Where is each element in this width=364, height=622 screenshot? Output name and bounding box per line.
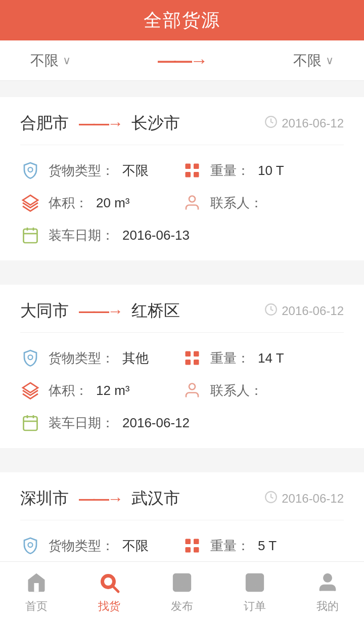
- load-date-item-1: 装车日期： 2016-06-13: [20, 225, 344, 245]
- svg-rect-29: [194, 547, 199, 553]
- volume-value-1: 20 m³: [96, 195, 129, 211]
- contact-item-2: 联系人：: [182, 380, 344, 401]
- person-icon-2: [182, 380, 202, 401]
- nav-label-orders: 订单: [244, 599, 266, 614]
- page-title: 全部货源: [144, 8, 220, 33]
- search-icon: [97, 570, 121, 595]
- cargo-type-label-3: 货物类型：: [49, 537, 114, 555]
- card-header-1: 合肥市 ——→ 长沙市 2016-06-12: [20, 112, 344, 145]
- weight-label-3: 重量：: [210, 537, 250, 555]
- orders-icon: [243, 570, 267, 595]
- contact-label-1: 联系人：: [210, 194, 263, 212]
- load-date-label-2: 装车日期：: [49, 414, 114, 432]
- nav-item-home[interactable]: 首页: [0, 570, 73, 614]
- route-to-2: 红桥区: [131, 300, 180, 322]
- card-details-1: 货物类型： 不限 重量： 10 T: [20, 160, 344, 245]
- chevron-down-icon-left: ∨: [63, 54, 71, 67]
- load-date-value-1: 2016-06-13: [122, 228, 190, 243]
- filter-right-label: 不限: [293, 51, 322, 70]
- nav-item-orders[interactable]: 订单: [218, 570, 291, 614]
- route-to-1: 长沙市: [131, 112, 180, 135]
- content-area: 合肥市 ——→ 长沙市 2016-06-12: [0, 81, 364, 622]
- nav-label-home: 首页: [25, 599, 48, 614]
- weight-value-1: 10 T: [258, 163, 284, 179]
- header: 全部货源: [0, 0, 364, 40]
- grid-icon-2: [182, 348, 202, 368]
- load-date-item-2: 装车日期： 2016-06-12: [20, 413, 344, 433]
- separator-2: [0, 456, 364, 464]
- load-date-value-2: 2016-06-12: [122, 415, 190, 431]
- layers-icon-1: [20, 193, 40, 213]
- svg-point-25: [28, 543, 33, 547]
- weight-label-1: 重量：: [210, 162, 250, 180]
- route-arrow-3: ——→: [79, 490, 121, 508]
- route-arrow-1: ——→: [79, 114, 121, 133]
- svg-rect-2: [186, 164, 191, 169]
- volume-label-1: 体积：: [49, 194, 88, 212]
- filter-left-label: 不限: [30, 51, 59, 70]
- cargo-type-value-2: 其他: [122, 349, 149, 367]
- date-text-3: 2016-06-12: [282, 492, 344, 506]
- svg-point-37: [104, 577, 112, 586]
- cargo-type-value-1: 不限: [122, 162, 149, 180]
- route-from-1: 合肥市: [20, 112, 69, 135]
- layers-icon-2: [20, 380, 40, 401]
- grid-icon-3: [182, 536, 202, 556]
- nav-item-mine[interactable]: 我的: [291, 570, 364, 614]
- filter-bar: 不限 ∨ ——→ 不限 ∨: [0, 40, 364, 81]
- filter-right[interactable]: 不限 ∨: [293, 51, 334, 70]
- publish-icon: [170, 570, 194, 595]
- filter-left[interactable]: 不限 ∨: [30, 51, 71, 70]
- date-text-1: 2016-06-12: [282, 116, 344, 130]
- card-date-3: 2016-06-12: [264, 491, 344, 507]
- clock-icon-3: [264, 491, 278, 507]
- card-header-2: 大同市 ——→ 红桥区 2016-06-12: [20, 300, 344, 333]
- cargo-type-item-2: 货物类型： 其他: [20, 348, 182, 368]
- weight-item-3: 重量： 5 T: [182, 536, 344, 556]
- volume-label-2: 体积：: [49, 382, 88, 399]
- shield-icon-1: [20, 160, 40, 181]
- cargo-type-item-1: 货物类型： 不限: [20, 160, 182, 181]
- volume-item-1: 体积： 20 m³: [20, 193, 182, 213]
- svg-point-19: [189, 384, 195, 390]
- home-icon: [24, 570, 49, 595]
- clock-icon-2: [264, 303, 278, 320]
- cargo-card-1[interactable]: 合肥市 ——→ 长沙市 2016-06-12: [0, 97, 364, 260]
- nav-label-find: 找货: [98, 599, 120, 614]
- cargo-type-value-3: 不限: [122, 537, 149, 555]
- nav-item-find[interactable]: 找货: [73, 570, 146, 614]
- cargo-card-2[interactable]: 大同市 ——→ 红桥区 2016-06-12: [0, 285, 364, 448]
- card-header-3: 深圳市 ——→ 武汉市 2016-06-12: [20, 487, 344, 520]
- grid-icon-1: [182, 160, 202, 181]
- user-icon: [315, 570, 340, 595]
- contact-label-2: 联系人：: [210, 382, 263, 399]
- calendar-icon-1: [20, 225, 40, 245]
- cargo-type-label-2: 货物类型：: [49, 349, 114, 367]
- chevron-down-icon-right: ∨: [326, 54, 334, 67]
- weight-item-1: 重量： 10 T: [182, 160, 344, 181]
- card-details-2: 货物类型： 其他 重量： 14 T: [20, 348, 344, 433]
- svg-point-13: [28, 355, 33, 360]
- nav-label-mine: 我的: [316, 599, 339, 614]
- svg-point-1: [28, 167, 33, 172]
- cargo-type-item-3: 货物类型： 不限: [20, 536, 182, 556]
- route-to-3: 武汉市: [131, 487, 180, 510]
- shield-icon-2: [20, 348, 40, 368]
- contact-item-1: 联系人：: [182, 193, 344, 213]
- svg-rect-8: [24, 229, 37, 243]
- separator-1: [0, 269, 364, 277]
- svg-rect-27: [194, 539, 199, 545]
- volume-item-2: 体积： 12 m³: [20, 380, 182, 401]
- clock-icon-1: [264, 115, 278, 132]
- separator-top: [0, 81, 364, 89]
- cargo-type-label-1: 货物类型：: [49, 162, 114, 180]
- svg-rect-15: [194, 351, 199, 357]
- svg-line-38: [113, 587, 118, 592]
- nav-item-publish[interactable]: 发布: [146, 570, 218, 614]
- weight-item-2: 重量： 14 T: [182, 348, 344, 368]
- weight-value-3: 5 T: [258, 538, 277, 554]
- card-date-1: 2016-06-12: [264, 115, 344, 132]
- volume-value-2: 12 m³: [96, 383, 129, 398]
- date-text-2: 2016-06-12: [282, 304, 344, 318]
- card-date-2: 2016-06-12: [264, 303, 344, 320]
